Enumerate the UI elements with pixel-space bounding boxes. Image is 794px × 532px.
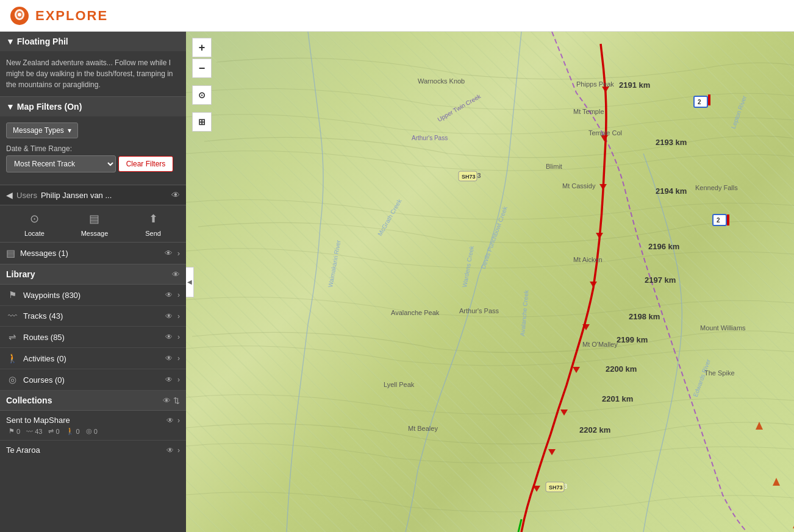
message-icon: ▤ — [86, 210, 103, 227]
locate-map-button[interactable]: ⊙ — [192, 85, 212, 105]
collections-sort-button[interactable]: ⇅ — [173, 396, 180, 405]
map-controls: + − ⊙ ⊞ — [192, 38, 212, 132]
app-title: EXPLORE — [35, 8, 108, 24]
svg-text:Phipps Peak: Phipps Peak — [576, 80, 614, 88]
waypoints-label: Waypoints (830) — [23, 291, 160, 300]
stat-courses-value: 0 — [94, 428, 98, 435]
mapshare-name: Sent to MapShare — [6, 416, 163, 425]
message-button[interactable]: ▤ Message — [81, 210, 109, 237]
send-button[interactable]: ⬆ Send — [145, 210, 162, 237]
courses-eye-button[interactable]: 👁 — [165, 375, 173, 384]
library-title: Library — [6, 269, 172, 279]
stat-waypoints-value: 0 — [16, 428, 20, 435]
library-waypoints: ⚑ Waypoints (830) 👁 › — [0, 285, 186, 306]
stat-tracks-icon: 〰 — [26, 428, 33, 435]
date-range-select[interactable]: Most Recent Track Last 24 Hours Last 7 D… — [6, 155, 116, 172]
collection-te-araroa: Te Araroa 👁 › — [0, 441, 186, 459]
svg-marker-10 — [573, 367, 580, 373]
activities-label: Activities (0) — [23, 354, 160, 363]
mapshare-stat-waypoints: ⚑ 0 — [9, 427, 20, 435]
svg-marker-8 — [590, 282, 597, 288]
waypoints-chevron-button[interactable]: › — [177, 291, 180, 299]
map-filters-title: ▼ Map Filters (On) — [6, 102, 82, 112]
svg-text:2: 2 — [698, 99, 701, 105]
svg-text:Temple Col: Temple Col — [588, 129, 622, 137]
message-types-label: Message Types — [13, 126, 64, 135]
locate-icon: ⊙ — [26, 210, 43, 227]
message-types-button[interactable]: Message Types ▾ — [6, 122, 78, 138]
svg-text:Edwards River: Edwards River — [692, 358, 712, 397]
te-araroa-chevron-button[interactable]: › — [177, 446, 180, 455]
send-label: Send — [145, 230, 161, 237]
library-activities: 🚶 Activities (0) 👁 › — [0, 348, 186, 369]
clear-filters-button[interactable]: Clear Filters — [118, 156, 174, 172]
stat-courses-icon: ◎ — [86, 427, 92, 435]
svg-text:Warnocks Knob: Warnocks Knob — [418, 77, 465, 85]
routes-chevron-button[interactable]: › — [177, 333, 180, 341]
users-label: Users — [16, 191, 37, 200]
svg-marker-13 — [533, 486, 540, 492]
waypoints-eye-button[interactable]: 👁 — [165, 291, 173, 299]
zoom-in-button[interactable]: + — [192, 38, 212, 57]
library-eye-button[interactable]: 👁 — [172, 270, 180, 279]
svg-text:SH73: SH73 — [462, 174, 476, 180]
routes-eye-button[interactable]: 👁 — [165, 333, 173, 341]
main-layout: ▼ Floating Phil New Zealand adventure aw… — [0, 32, 794, 532]
activities-eye-button[interactable]: 👁 — [165, 354, 173, 363]
library-routes: ⇌ Routes (85) 👁 › — [0, 327, 186, 348]
courses-chevron-button[interactable]: › — [177, 375, 180, 384]
svg-text:Arthur's Pass: Arthur's Pass — [459, 307, 499, 314]
map-area[interactable]: Warnocks Knob Phipps Peak Mt Temple Temp… — [186, 32, 794, 532]
map-filters-header[interactable]: ▼ Map Filters (On) — [0, 97, 186, 116]
svg-text:2202 km: 2202 km — [579, 425, 610, 434]
mapshare-eye-button[interactable]: 👁 — [166, 416, 174, 425]
svg-text:Upper Twin Creek: Upper Twin Creek — [437, 93, 483, 123]
user-eye-button[interactable]: 👁 — [171, 190, 180, 200]
back-arrow-icon[interactable]: ◀ — [6, 190, 13, 200]
messages-label: Messages (1) — [20, 249, 160, 258]
locate-label: Locate — [24, 230, 45, 237]
svg-text:2201 km: 2201 km — [602, 394, 633, 403]
zoom-out-button[interactable]: − — [192, 59, 212, 78]
locate-button[interactable]: ⊙ Locate — [24, 210, 45, 237]
svg-text:2199 km: 2199 km — [617, 335, 648, 344]
stat-waypoints-icon: ⚑ — [9, 427, 15, 435]
te-araroa-eye-button[interactable]: 👁 — [166, 446, 174, 455]
svg-text:Blimit: Blimit — [546, 163, 562, 170]
svg-text:Kennedy Falls: Kennedy Falls — [695, 184, 738, 191]
routes-label: Routes (85) — [23, 333, 160, 342]
svg-text:2: 2 — [717, 217, 720, 224]
layers-button[interactable]: ⊞ — [192, 112, 212, 132]
messages-chevron-button[interactable]: › — [177, 249, 180, 258]
collections-title: Collections — [6, 395, 163, 405]
mapshare-stat-activities: 🚶 0 — [66, 427, 80, 435]
collections-eye-button[interactable]: 👁 — [163, 396, 171, 405]
collapse-arrow-icon: ◀ — [187, 278, 192, 285]
svg-text:Mt Cassidy: Mt Cassidy — [562, 182, 596, 190]
svg-point-3 — [18, 13, 21, 16]
svg-text:Mount Williams: Mount Williams — [700, 324, 746, 332]
svg-text:Devils Punchbowl Creek: Devils Punchbowl Creek — [480, 205, 509, 270]
svg-marker-7 — [596, 233, 603, 239]
tracks-eye-button[interactable]: 👁 — [165, 312, 173, 321]
user-name: Philip Jansen van ... — [41, 191, 168, 200]
message-label: Message — [81, 230, 109, 237]
map-filters-section: ▼ Map Filters (On) Message Types ▾ Date … — [0, 97, 186, 185]
activities-icon: 🚶 — [6, 353, 18, 364]
mapshare-stat-courses: ◎ 0 — [86, 427, 98, 435]
floating-phil-section: ▼ Floating Phil New Zealand adventure aw… — [0, 32, 186, 97]
svg-text:Mt O'Malley: Mt O'Malley — [582, 341, 618, 348]
users-row: ◀ Users Philip Jansen van ... 👁 — [0, 185, 186, 205]
mapshare-chevron-button[interactable]: › — [177, 416, 180, 425]
svg-text:2196 km: 2196 km — [648, 242, 679, 251]
svg-text:2194 km: 2194 km — [656, 186, 687, 196]
app-logo-icon — [10, 6, 29, 26]
svg-text:2198 km: 2198 km — [629, 312, 660, 321]
mapshare-stat-routes: ⇌ 0 — [48, 427, 59, 435]
floating-phil-header[interactable]: ▼ Floating Phil — [0, 32, 186, 51]
activities-chevron-button[interactable]: › — [177, 354, 180, 363]
library-header: Library 👁 — [0, 264, 186, 285]
collapse-sidebar-button[interactable]: ◀ — [186, 267, 194, 297]
messages-eye-button[interactable]: 👁 — [165, 249, 173, 258]
tracks-chevron-button[interactable]: › — [177, 312, 180, 321]
